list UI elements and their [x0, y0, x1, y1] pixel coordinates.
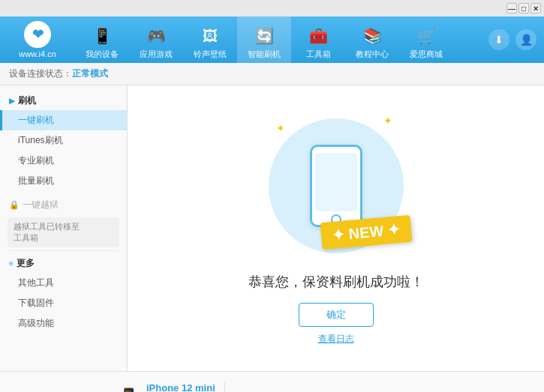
- phone-screen: [315, 153, 357, 211]
- new-badge: ✦ NEW ✦: [321, 219, 411, 246]
- success-message: 恭喜您，保资料刷机成功啦！: [248, 273, 424, 291]
- view-log-link[interactable]: 查看日志: [318, 333, 354, 346]
- nav-apps-label: 应用游戏: [140, 49, 173, 60]
- status-value: 正常模式: [72, 67, 108, 80]
- sidebar-item-other-tools[interactable]: 其他工具: [0, 273, 127, 293]
- sidebar-item-onekey-flash[interactable]: 一键刷机: [0, 110, 127, 130]
- close-button[interactable]: ✕: [530, 3, 541, 13]
- shop-icon: 🛒: [416, 25, 437, 46]
- logo-text: www.i4.cn: [19, 49, 56, 58]
- sidebar-group-flash[interactable]: ▶ 刷机: [0, 91, 127, 110]
- nav-smart-flash-label: 智能刷机: [248, 49, 281, 60]
- device-name: iPhone 12 mini: [146, 382, 215, 392]
- nav-tutorial-label: 教程中心: [356, 49, 389, 60]
- nav-my-device[interactable]: 📱 我的设备: [75, 16, 129, 63]
- more-arrow-icon: ≡: [9, 259, 14, 268]
- sidebar-item-pro-flash[interactable]: 专业刷机: [0, 151, 127, 171]
- sidebar-divider: [9, 250, 118, 251]
- sidebar-more-label: 更多: [17, 257, 35, 270]
- sidebar-item-itunes-flash[interactable]: iTunes刷机: [0, 130, 127, 151]
- status-bar: 设备连接状态： 正常模式: [0, 63, 544, 85]
- sidebar: ▶ 刷机 一键刷机 iTunes刷机 专业刷机 批量刷机 🔒 一键越狱 越狱工具…: [0, 85, 128, 371]
- logo: ❤ www.i4.cn: [0, 21, 75, 58]
- ringtone-icon: 🖼: [200, 25, 221, 46]
- nav-shop-label: 爱思商城: [410, 49, 443, 60]
- nav-toolbox-label: 工具箱: [306, 49, 331, 60]
- nav-bar: 📱 我的设备 🎮 应用游戏 🖼 铃声壁纸 🔄 智能刷机 🧰 工具箱 📚 教程中心…: [75, 16, 488, 63]
- nav-tutorial[interactable]: 📚 教程中心: [345, 16, 399, 63]
- sidebar-item-advanced[interactable]: 高级功能: [0, 313, 127, 334]
- flash-arrow-icon: ▶: [9, 97, 15, 105]
- new-label: NEW: [347, 223, 383, 242]
- confirm-button[interactable]: 确定: [299, 303, 374, 327]
- minimize-button[interactable]: —: [506, 3, 517, 13]
- toolbox-icon: 🧰: [308, 25, 329, 46]
- apps-icon: 🎮: [146, 25, 167, 46]
- sidebar-jailbreak-group: 🔒 一键越狱: [0, 196, 127, 214]
- maximize-button[interactable]: □: [518, 3, 529, 13]
- logo-icon: ❤: [24, 21, 51, 48]
- download-button[interactable]: ⬇: [488, 29, 509, 50]
- lock-icon: 🔒: [9, 200, 20, 210]
- sidebar-item-batch-flash[interactable]: 批量刷机: [0, 171, 127, 191]
- header: ❤ www.i4.cn 📱 我的设备 🎮 应用游戏 🖼 铃声壁纸 🔄 智能刷机 …: [0, 16, 544, 63]
- nav-ringtone-label: 铃声壁纸: [194, 49, 227, 60]
- notice-text: 越狱工具已转移至工具箱: [14, 221, 80, 244]
- nav-smart-flash[interactable]: 🔄 智能刷机: [237, 16, 291, 63]
- jailbreak-notice: 越狱工具已转移至工具箱: [8, 217, 119, 247]
- smart-flash-icon: 🔄: [254, 25, 275, 46]
- tutorial-icon: 📚: [362, 25, 383, 46]
- title-bar: — □ ✕: [0, 0, 544, 16]
- user-button[interactable]: 👤: [515, 29, 536, 50]
- device-info-area: 📱 iPhone 12 mini 64GB Down-12mini-13,1: [119, 382, 225, 392]
- device-bar: 自动跳过 跳过向导 📱 iPhone 12 mini 64GB Down-12m…: [0, 371, 544, 392]
- nav-toolbox[interactable]: 🧰 工具箱: [291, 16, 345, 63]
- nav-shop[interactable]: 🛒 爱思商城: [399, 16, 453, 63]
- sparkle-left-icon: ✦: [276, 122, 285, 134]
- phone-body: [310, 145, 362, 227]
- nav-my-device-label: 我的设备: [86, 49, 119, 60]
- jailbreak-label: 一键越狱: [23, 199, 59, 211]
- sparkle-right-icon: ✦: [383, 115, 392, 127]
- header-right: ⬇ 👤: [488, 29, 544, 50]
- sidebar-item-download-firmware[interactable]: 下载固件: [0, 293, 127, 313]
- nav-apps[interactable]: 🎮 应用游戏: [129, 16, 183, 63]
- main-layout: ▶ 刷机 一键刷机 iTunes刷机 专业刷机 批量刷机 🔒 一键越狱 越狱工具…: [0, 85, 544, 371]
- new-ribbon-text: ✦ NEW ✦: [320, 215, 411, 250]
- phone-illustration: ✦ ✦ ✦ NEW ✦: [261, 111, 411, 261]
- nav-ringtone[interactable]: 🖼 铃声壁纸: [183, 16, 237, 63]
- main-content: ✦ ✦ ✦ NEW ✦ 恭喜您，保资料刷机成功啦！ 确定 查看日志: [128, 85, 544, 371]
- sidebar-group-more[interactable]: ≡ 更多: [0, 254, 127, 273]
- device-phone-icon: 📱: [119, 388, 139, 393]
- status-label: 设备连接状态：: [9, 67, 72, 80]
- my-device-icon: 📱: [92, 25, 113, 46]
- sidebar-flash-label: 刷机: [18, 94, 36, 107]
- device-details: iPhone 12 mini 64GB Down-12mini-13,1: [146, 382, 215, 392]
